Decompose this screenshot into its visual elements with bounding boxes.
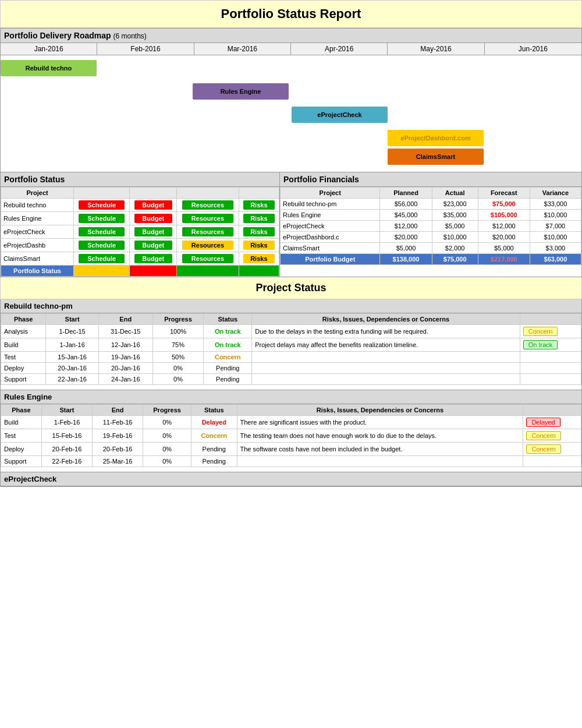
month-feb: Feb-2016 (97, 43, 194, 55)
status-row: eProjectDashb Schedule Budget Resources … (1, 239, 279, 252)
status-row: eProjectCheck Schedule Budget Resources … (1, 225, 279, 239)
risks-badge: Risks (243, 241, 275, 250)
phase-row: Test 15-Feb-16 19-Feb-16 0% Concern The … (1, 429, 581, 443)
status-row: Rebuild techno Schedule Budget Resources… (1, 199, 279, 212)
schedule-badge: Schedule (79, 241, 124, 250)
portfolio-summary-row: Portfolio Status (1, 266, 279, 277)
fin-project-name: Rebuild techno-pm (281, 199, 380, 210)
project-block: Rules Engine Phase Start End Progress St… (0, 390, 582, 472)
month-mar: Mar-2016 (194, 43, 291, 55)
eproject-check-block: eProjectCheck (0, 472, 582, 487)
fin-row: ClaimsSmart $5,000 $2,000 $5,000 $3,000 (281, 243, 581, 254)
month-apr: Apr-2016 (291, 43, 388, 55)
month-may: May-2016 (388, 43, 484, 55)
roadmap-months: Jan-2016 Feb-2016 Mar-2016 Apr-2016 May-… (1, 43, 581, 55)
phase-row: Analysis 1-Dec-15 31-Dec-15 100% On trac… (1, 325, 581, 338)
resources-badge: Resources (182, 241, 233, 250)
portfolio-status-section: Portfolio Status Project Rebuild techno … (1, 172, 280, 277)
fin-col-forecast: Forecast (478, 188, 530, 199)
roadmap-header: Portfolio Delivery Roadmap (6 months) (1, 29, 581, 43)
roadmap-body: Rebuild technoRules EngineeProjectChecke… (1, 55, 581, 172)
project-status-title: Project Status (0, 277, 582, 299)
risks-badge: Risks (243, 214, 275, 223)
portfolio-status-header: Portfolio Status (1, 172, 279, 187)
phase-table: Phase Start End Progress Status Risks, I… (1, 404, 581, 467)
project-name-header: Rebuild techno-pm (1, 299, 581, 313)
fin-col-actual: Actual (432, 188, 478, 199)
gantt-bar: ClaimsSmart (388, 149, 484, 165)
fin-project-name: eProjectCheck (281, 221, 380, 232)
concern-badge: Delayed (526, 418, 560, 427)
resources-badge: Resources (182, 254, 233, 263)
resources-badge: Resources (182, 200, 233, 210)
col-project: Project (1, 188, 74, 199)
phase-row: Support 22-Feb-16 25-Mar-16 0% Pending (1, 456, 581, 467)
eproject-check-header: eProjectCheck (1, 472, 581, 486)
project-name-header: Rules Engine (1, 390, 581, 404)
portfolio-financials-header: Portfolio Financials (280, 172, 581, 187)
concern-badge: Concern (526, 431, 561, 440)
phase-row: Support 22-Jan-16 24-Jan-16 0% Pending (1, 374, 581, 385)
resources-badge: Resources (182, 214, 233, 223)
spacer (1, 467, 581, 472)
status-row: ClaimsSmart Schedule Budget Resources Ri… (1, 252, 279, 266)
fin-row: Rules Engine $45,000 $35,000 $105,000 $1… (281, 210, 581, 221)
gantt-bar: Rules Engine (193, 83, 289, 100)
portfolio-two-col: Portfolio Status Project Rebuild techno … (0, 172, 582, 277)
schedule-badge: Schedule (79, 254, 124, 263)
fin-col-planned: Planned (380, 188, 432, 199)
phase-row: Deploy 20-Feb-16 20-Feb-16 0% Pending Th… (1, 443, 581, 456)
resources-badge: Resources (182, 227, 233, 236)
concern-badge: Concern (523, 327, 558, 336)
project-block: Rebuild techno-pm Phase Start End Progre… (0, 299, 582, 390)
concern-badge: Concern (526, 444, 561, 454)
fin-row: Rebuild techno-pm $56,000 $23,000 $75,00… (281, 199, 581, 210)
budget-badge: Budget (134, 227, 172, 236)
fin-project-name: ClaimsSmart (281, 243, 380, 254)
schedule-badge: Schedule (79, 200, 124, 210)
portfolio-status-table: Project Rebuild techno Schedule Budget R… (1, 187, 279, 277)
portfolio-financials-section: Portfolio Financials Project Planned Act… (280, 172, 581, 277)
fin-row: eProjectCheck $12,000 $5,000 $12,000 $7,… (281, 221, 581, 232)
portfolio-financials-table: Project Planned Actual Forecast Variance… (280, 187, 581, 265)
phase-table: Phase Start End Progress Status Risks, I… (1, 313, 581, 385)
project-name: ClaimsSmart (1, 252, 74, 266)
project-name: eProjectDashb (1, 239, 74, 252)
budget-badge: Budget (134, 254, 172, 263)
risks-badge: Risks (243, 200, 275, 210)
budget-badge: Budget (134, 200, 172, 210)
gantt-bar: eProjectCheck (292, 107, 388, 123)
project-name: eProjectCheck (1, 225, 74, 239)
fin-col-variance: Variance (530, 188, 581, 199)
fin-project-name: Rules Engine (281, 210, 380, 221)
spacer (1, 385, 581, 390)
schedule-badge: Schedule (79, 227, 124, 236)
phase-row: Deploy 20-Jan-16 20-Jan-16 0% Pending (1, 363, 581, 374)
gantt-bar: eProjectDashbord.com (388, 130, 484, 146)
schedule-badge: Schedule (79, 214, 124, 223)
phase-row: Build 1-Feb-16 11-Feb-16 0% Delayed Ther… (1, 416, 581, 429)
fin-col-project: Project (281, 188, 380, 199)
concern-badge: On track (523, 340, 558, 349)
project-name: Rebuild techno (1, 199, 74, 212)
project-name: Rules Engine (1, 212, 74, 225)
phase-row: Build 1-Jan-16 12-Jan-16 75% On track Pr… (1, 338, 581, 352)
budget-badge: Budget (134, 214, 172, 223)
risks-badge: Risks (243, 254, 275, 263)
budget-badge: Budget (134, 241, 172, 250)
month-jun: Jun-2016 (485, 43, 581, 55)
fin-project-name: eProjectDashbord.c (281, 232, 380, 243)
phase-row: Test 15-Jan-16 19-Jan-16 50% Concern (1, 352, 581, 363)
risks-badge: Risks (243, 227, 275, 236)
fin-row: eProjectDashbord.c $20,000 $10,000 $20,0… (281, 232, 581, 243)
portfolio-fin-summary-row: Portfolio Budget $138,000 $75,000 $217,0… (281, 254, 581, 265)
status-row: Rules Engine Schedule Budget Resources R… (1, 212, 279, 225)
page-title: Portfolio Status Report (0, 0, 582, 28)
gantt-bar: Rebuild techno (1, 60, 97, 76)
month-jan: Jan-2016 (1, 43, 97, 55)
